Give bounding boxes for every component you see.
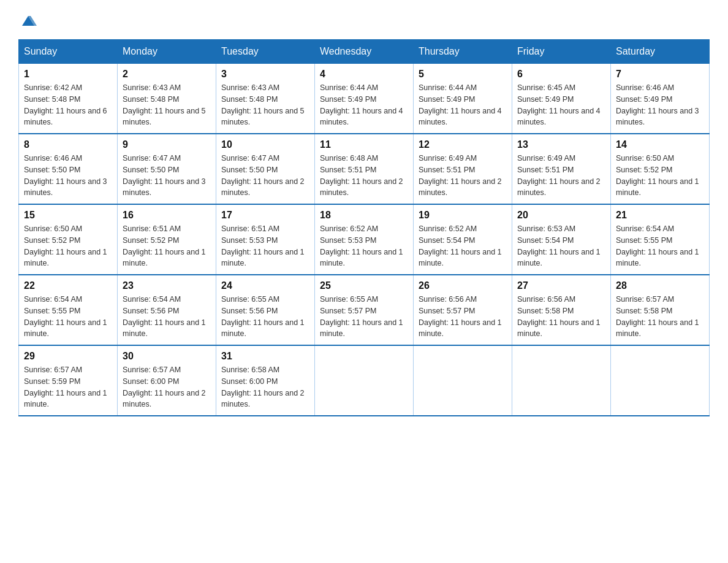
day-number: 5 [419,69,507,80]
calendar-cell: 28 Sunrise: 6:57 AMSunset: 5:58 PMDaylig… [611,275,710,345]
day-info: Sunrise: 6:50 AMSunset: 5:52 PMDaylight:… [24,223,112,269]
column-header-thursday: Thursday [414,40,512,64]
day-number: 22 [24,280,112,291]
day-number: 3 [221,69,309,80]
calendar-table: SundayMondayTuesdayWednesdayThursdayFrid… [18,39,710,416]
column-header-tuesday: Tuesday [216,40,315,64]
day-number: 26 [419,280,507,291]
day-info: Sunrise: 6:45 AMSunset: 5:49 PMDaylight:… [517,82,605,128]
calendar-cell: 13 Sunrise: 6:49 AMSunset: 5:51 PMDaylig… [512,134,611,204]
day-info: Sunrise: 6:53 AMSunset: 5:54 PMDaylight:… [517,223,605,269]
day-info: Sunrise: 6:44 AMSunset: 5:49 PMDaylight:… [320,82,408,128]
calendar-cell: 1 Sunrise: 6:42 AMSunset: 5:48 PMDayligh… [19,64,118,134]
day-info: Sunrise: 6:55 AMSunset: 5:56 PMDaylight:… [221,294,309,340]
day-number: 6 [517,69,605,80]
calendar-cell: 21 Sunrise: 6:54 AMSunset: 5:55 PMDaylig… [611,204,710,275]
day-number: 2 [123,69,211,80]
day-number: 13 [517,139,605,150]
day-info: Sunrise: 6:49 AMSunset: 5:51 PMDaylight:… [517,153,605,199]
day-info: Sunrise: 6:51 AMSunset: 5:52 PMDaylight:… [123,223,211,269]
day-number: 4 [320,69,408,80]
calendar-cell: 15 Sunrise: 6:50 AMSunset: 5:52 PMDaylig… [19,204,118,275]
day-number: 10 [221,139,309,150]
column-header-wednesday: Wednesday [315,40,414,64]
calendar-cell: 11 Sunrise: 6:48 AMSunset: 5:51 PMDaylig… [315,134,414,204]
calendar-cell: 31 Sunrise: 6:58 AMSunset: 6:00 PMDaylig… [216,345,315,416]
day-info: Sunrise: 6:52 AMSunset: 5:54 PMDaylight:… [419,223,507,269]
calendar-cell: 5 Sunrise: 6:44 AMSunset: 5:49 PMDayligh… [414,64,512,134]
day-number: 16 [123,210,211,221]
column-header-sunday: Sunday [19,40,118,64]
day-info: Sunrise: 6:57 AMSunset: 5:58 PMDaylight:… [616,294,704,340]
day-info: Sunrise: 6:49 AMSunset: 5:51 PMDaylight:… [419,153,507,199]
day-number: 8 [24,139,112,150]
page-header [18,12,710,27]
calendar-cell: 8 Sunrise: 6:46 AMSunset: 5:50 PMDayligh… [19,134,118,204]
day-number: 27 [517,280,605,291]
calendar-cell: 16 Sunrise: 6:51 AMSunset: 5:52 PMDaylig… [118,204,216,275]
calendar-cell [611,345,710,416]
day-info: Sunrise: 6:47 AMSunset: 5:50 PMDaylight:… [123,153,211,199]
day-info: Sunrise: 6:50 AMSunset: 5:52 PMDaylight:… [616,153,704,199]
day-number: 18 [320,210,408,221]
calendar-cell: 9 Sunrise: 6:47 AMSunset: 5:50 PMDayligh… [118,134,216,204]
day-info: Sunrise: 6:43 AMSunset: 5:48 PMDaylight:… [221,82,309,128]
day-number: 25 [320,280,408,291]
calendar-cell: 23 Sunrise: 6:54 AMSunset: 5:56 PMDaylig… [118,275,216,345]
calendar-cell: 30 Sunrise: 6:57 AMSunset: 6:00 PMDaylig… [118,345,216,416]
day-info: Sunrise: 6:54 AMSunset: 5:55 PMDaylight:… [24,294,112,340]
day-info: Sunrise: 6:46 AMSunset: 5:49 PMDaylight:… [616,82,704,128]
calendar-header-row: SundayMondayTuesdayWednesdayThursdayFrid… [19,40,710,64]
calendar-cell: 24 Sunrise: 6:55 AMSunset: 5:56 PMDaylig… [216,275,315,345]
day-number: 24 [221,280,309,291]
day-info: Sunrise: 6:47 AMSunset: 5:50 PMDaylight:… [221,153,309,199]
calendar-cell: 18 Sunrise: 6:52 AMSunset: 5:53 PMDaylig… [315,204,414,275]
day-info: Sunrise: 6:54 AMSunset: 5:56 PMDaylight:… [123,294,211,340]
day-number: 1 [24,69,112,80]
calendar-week-4: 22 Sunrise: 6:54 AMSunset: 5:55 PMDaylig… [19,275,710,345]
calendar-cell [315,345,414,416]
calendar-cell: 27 Sunrise: 6:56 AMSunset: 5:58 PMDaylig… [512,275,611,345]
logo [18,12,37,27]
column-header-saturday: Saturday [611,40,710,64]
day-info: Sunrise: 6:44 AMSunset: 5:49 PMDaylight:… [419,82,507,128]
day-number: 23 [123,280,211,291]
calendar-week-5: 29 Sunrise: 6:57 AMSunset: 5:59 PMDaylig… [19,345,710,416]
day-info: Sunrise: 6:58 AMSunset: 6:00 PMDaylight:… [221,364,309,410]
day-info: Sunrise: 6:55 AMSunset: 5:57 PMDaylight:… [320,294,408,340]
calendar-cell [414,345,512,416]
calendar-cell: 22 Sunrise: 6:54 AMSunset: 5:55 PMDaylig… [19,275,118,345]
day-number: 14 [616,139,704,150]
day-number: 15 [24,210,112,221]
day-number: 20 [517,210,605,221]
day-number: 9 [123,139,211,150]
calendar-cell: 26 Sunrise: 6:56 AMSunset: 5:57 PMDaylig… [414,275,512,345]
day-number: 17 [221,210,309,221]
day-info: Sunrise: 6:57 AMSunset: 6:00 PMDaylight:… [123,364,211,410]
calendar-cell: 10 Sunrise: 6:47 AMSunset: 5:50 PMDaylig… [216,134,315,204]
day-number: 11 [320,139,408,150]
calendar-cell [512,345,611,416]
calendar-cell: 7 Sunrise: 6:46 AMSunset: 5:49 PMDayligh… [611,64,710,134]
calendar-cell: 12 Sunrise: 6:49 AMSunset: 5:51 PMDaylig… [414,134,512,204]
calendar-cell: 19 Sunrise: 6:52 AMSunset: 5:54 PMDaylig… [414,204,512,275]
day-number: 19 [419,210,507,221]
calendar-cell: 25 Sunrise: 6:55 AMSunset: 5:57 PMDaylig… [315,275,414,345]
calendar-cell: 29 Sunrise: 6:57 AMSunset: 5:59 PMDaylig… [19,345,118,416]
calendar-week-2: 8 Sunrise: 6:46 AMSunset: 5:50 PMDayligh… [19,134,710,204]
column-header-friday: Friday [512,40,611,64]
day-info: Sunrise: 6:57 AMSunset: 5:59 PMDaylight:… [24,364,112,410]
day-info: Sunrise: 6:42 AMSunset: 5:48 PMDaylight:… [24,82,112,128]
calendar-cell: 14 Sunrise: 6:50 AMSunset: 5:52 PMDaylig… [611,134,710,204]
calendar-cell: 3 Sunrise: 6:43 AMSunset: 5:48 PMDayligh… [216,64,315,134]
day-info: Sunrise: 6:48 AMSunset: 5:51 PMDaylight:… [320,153,408,199]
day-info: Sunrise: 6:46 AMSunset: 5:50 PMDaylight:… [24,153,112,199]
day-number: 31 [221,351,309,362]
day-number: 29 [24,351,112,362]
day-info: Sunrise: 6:54 AMSunset: 5:55 PMDaylight:… [616,223,704,269]
calendar-cell: 17 Sunrise: 6:51 AMSunset: 5:53 PMDaylig… [216,204,315,275]
calendar-cell: 2 Sunrise: 6:43 AMSunset: 5:48 PMDayligh… [118,64,216,134]
column-header-monday: Monday [118,40,216,64]
day-number: 30 [123,351,211,362]
calendar-week-1: 1 Sunrise: 6:42 AMSunset: 5:48 PMDayligh… [19,64,710,134]
